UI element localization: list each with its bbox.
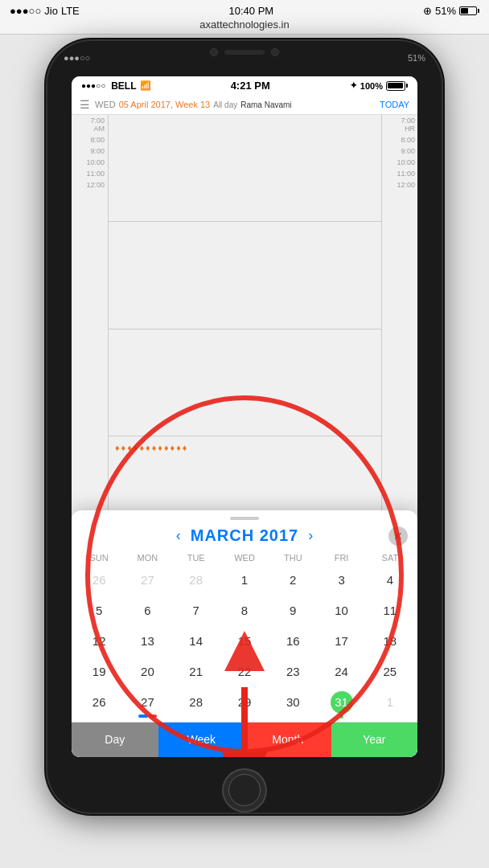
phone-notch [188, 41, 301, 63]
day-22[interactable]: 22 [220, 657, 269, 686]
day-29[interactable]: 29 [220, 688, 269, 722]
right-time-1000: 10:00 [382, 157, 417, 168]
prev-month-button[interactable]: ‹ [166, 527, 191, 544]
day-16[interactable]: 16 [269, 627, 317, 656]
popup-handle [230, 517, 259, 520]
day-21[interactable]: 21 [172, 657, 220, 686]
browser-status-row: ●●●○○ Jio LTE 10:40 PM ⊕ 51% [0, 5, 489, 17]
day-31-today[interactable]: 31 [317, 688, 365, 722]
time-900: 9:00 [72, 145, 108, 157]
close-button[interactable]: ✕ [388, 526, 408, 546]
phone-signal: ●●●○○ [64, 53, 90, 63]
day-27[interactable]: 27 [123, 688, 171, 722]
ios-status-left: ●●●○○ BELL 📶 [81, 80, 151, 92]
weekday-sat: SAT [366, 551, 414, 564]
phone-screen: ●●●○○ BELL 📶 4:21 PM ✦ 100% ☰ WED 05 Apr… [72, 76, 417, 757]
browser-status-left: ●●●○○ Jio LTE [10, 5, 80, 17]
day-28-prev[interactable]: 28 [172, 566, 220, 595]
speaker-bar [224, 50, 265, 55]
day-7[interactable]: 7 [172, 596, 220, 625]
time-1000: 10:00 [72, 157, 108, 168]
weekday-tue: TUE [172, 551, 220, 564]
signal-indicator: ●●●○○ [10, 5, 41, 17]
carrier-label: Jio [44, 5, 58, 17]
day-28[interactable]: 28 [172, 688, 220, 722]
allday-label: All day [213, 100, 237, 109]
tab-year[interactable]: Year [331, 723, 418, 757]
browser-time: 10:40 PM [229, 5, 274, 17]
day-13[interactable]: 13 [123, 627, 171, 656]
browser-status-right: ⊕ 51% [423, 5, 479, 17]
ios-battery-pct: 100% [360, 81, 383, 91]
weekday-headers: SUN MON TUE WED THU FRI SAT [72, 551, 417, 564]
day-4[interactable]: 4 [366, 566, 414, 595]
ios-carrier: BELL [111, 80, 136, 92]
url-bar[interactable]: axattechnologies.in [0, 18, 489, 31]
day-30[interactable]: 30 [269, 688, 317, 722]
tab-month[interactable]: Month [244, 723, 331, 757]
weekday-thu: THU [269, 551, 317, 564]
day-9[interactable]: 9 [269, 596, 317, 625]
tab-day[interactable]: Day [72, 723, 158, 757]
weekday-mon: MON [123, 551, 171, 564]
day-25[interactable]: 25 [366, 657, 414, 686]
ios-battery-icon [386, 81, 408, 91]
day-5[interactable]: 5 [75, 596, 123, 625]
lock-icon: ⊕ [423, 5, 432, 17]
time-1100: 11:00 [72, 168, 108, 179]
time-700: 7:00AM [72, 115, 108, 134]
day-26-prev[interactable]: 26 [75, 566, 123, 595]
day-3[interactable]: 3 [317, 566, 365, 595]
weekday-sun: SUN [75, 551, 123, 564]
day-1-next[interactable]: 1 [366, 688, 414, 722]
wifi-icon: 📶 [140, 80, 151, 91]
month-title: MARCH 2017 [191, 526, 298, 545]
day-24[interactable]: 24 [317, 657, 365, 686]
camera-dot [210, 48, 218, 56]
days-grid: 26 27 28 1 2 3 4 5 6 7 8 9 10 11 12 13 1… [72, 566, 417, 722]
ios-signal: ●●●○○ [81, 81, 105, 90]
day-12[interactable]: 12 [75, 627, 123, 656]
bluetooth-icon: ✦ [350, 80, 357, 91]
right-time-800: 8:00 [382, 134, 417, 145]
selfie-dot [271, 48, 279, 56]
day-11[interactable]: 11 [366, 596, 414, 625]
day-19[interactable]: 19 [75, 657, 123, 686]
day-20[interactable]: 20 [123, 657, 171, 686]
today-dot [339, 714, 343, 719]
day-1[interactable]: 1 [220, 566, 269, 595]
day-10[interactable]: 10 [317, 596, 365, 625]
day-27-prev[interactable]: 27 [123, 566, 171, 595]
hamburger-icon[interactable]: ☰ [80, 98, 90, 111]
network-type: LTE [61, 5, 80, 17]
weekday-fri: FRI [317, 551, 365, 564]
home-button-inner [228, 774, 261, 806]
phone-battery-top: 51% [408, 53, 425, 63]
tab-week[interactable]: Week [158, 723, 245, 757]
full-date: 05 April 2017, Week 13 [119, 100, 211, 109]
next-month-button[interactable]: › [298, 527, 323, 544]
today-button[interactable]: TODAY [380, 100, 409, 109]
battery-label: 51% [435, 5, 456, 17]
time-800: 8:00 [72, 134, 108, 145]
day-26[interactable]: 26 [75, 688, 123, 722]
day-17[interactable]: 17 [317, 627, 365, 656]
right-time-900: 9:00 [382, 145, 417, 157]
event-bar-27 [138, 714, 157, 718]
time-1200: 12:00 [72, 179, 108, 190]
day-18[interactable]: 18 [366, 627, 414, 656]
phone-device: ●●●○○ 10:40 PM 51% ●●●○○ BELL 📶 4:21 PM … [47, 41, 442, 813]
day-15[interactable]: 15 [220, 627, 269, 656]
day-8[interactable]: 8 [220, 596, 269, 625]
day-2[interactable]: 2 [269, 566, 317, 595]
day-23[interactable]: 23 [269, 657, 317, 686]
right-time-1100: 11:00 [382, 168, 417, 179]
day-14[interactable]: 14 [172, 627, 220, 656]
ios-status-bar: ●●●○○ BELL 📶 4:21 PM ✦ 100% [72, 76, 417, 95]
browser-bar: ●●●○○ Jio LTE 10:40 PM ⊕ 51% axattechnol… [0, 0, 489, 35]
day-abbr: WED [95, 100, 116, 109]
home-button[interactable] [222, 768, 267, 813]
day-6[interactable]: 6 [123, 596, 171, 625]
calendar-header: ☰ WED 05 April 2017, Week 13 All day Ram… [72, 95, 417, 115]
calendar-popup: ‹ MARCH 2017 › ✕ SUN MON TUE WED THU FRI… [72, 510, 417, 757]
